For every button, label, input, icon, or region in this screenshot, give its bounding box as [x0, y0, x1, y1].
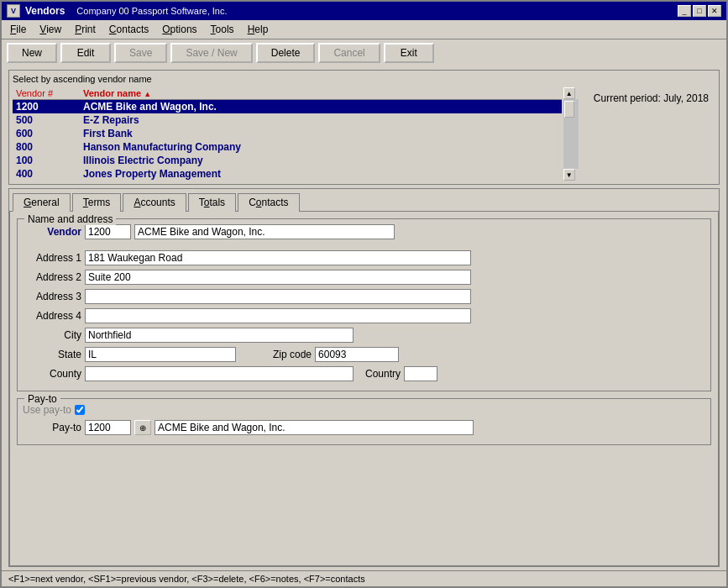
section-label: Select by ascending vendor name	[13, 74, 715, 84]
city-input[interactable]	[85, 328, 354, 343]
vendor-num-cell: 400	[13, 167, 80, 181]
menu-view[interactable]: View	[34, 22, 66, 37]
save-new-button[interactable]: Save / New	[170, 43, 252, 63]
toolbar: New Edit Save Save / New Delete Cancel E…	[2, 39, 726, 66]
tab-general[interactable]: General	[13, 193, 71, 212]
payto-label: Pay-to	[23, 422, 81, 433]
county-input[interactable]	[85, 366, 354, 381]
county-label: County	[23, 368, 81, 380]
zip-input[interactable]	[315, 347, 399, 362]
county-country-row: County Country	[23, 366, 705, 381]
save-button[interactable]: Save	[114, 43, 167, 63]
address2-label: Address 2	[23, 271, 81, 283]
vendor-num-cell: 500	[13, 113, 80, 127]
use-payto-checkbox[interactable]	[75, 405, 85, 415]
tab-terms[interactable]: Terms	[72, 193, 122, 212]
list-scrollbar[interactable]: ▲ ▼	[563, 87, 579, 181]
col-vendor-num: Vendor #	[13, 87, 80, 100]
table-row[interactable]: 600First Bank	[13, 127, 562, 140]
tab-contacts[interactable]: Contacts	[238, 193, 299, 212]
payto-section: Pay-to Use pay-to Pay-to ⊕	[17, 398, 711, 445]
menu-options[interactable]: Options	[157, 22, 202, 37]
vendor-num-cell: 100	[13, 154, 80, 167]
scroll-up-button[interactable]: ▲	[563, 87, 575, 99]
main-window: V Vendors Company 00 Passport Software, …	[0, 0, 728, 588]
table-row[interactable]: 800Hanson Manufacturing Company	[13, 140, 562, 154]
vendor-name-cell: First Bank	[80, 127, 562, 140]
vendor-name-cell: Illinois Electric Company	[80, 154, 562, 167]
tab-content-general: Name and address Vendor Address 1	[9, 211, 719, 566]
col-vendor-name: Vendor name ▲	[80, 87, 562, 100]
vendor-table: Vendor # Vendor name ▲ 1200ACME Bike and…	[13, 87, 562, 181]
vendor-name-cell: E-Z Repairs	[80, 113, 562, 127]
current-period: Current period: July, 2018	[587, 91, 715, 106]
name-address-legend: Name and address	[24, 213, 116, 225]
vendor-table-container: Vendor # Vendor name ▲ 1200ACME Bike and…	[13, 87, 562, 181]
menu-tools[interactable]: Tools	[206, 22, 239, 37]
address4-input[interactable]	[85, 308, 471, 323]
main-content: Select by ascending vendor name Vendor #…	[2, 66, 726, 570]
city-label: City	[23, 329, 81, 341]
table-row[interactable]: 400Jones Property Management	[13, 167, 562, 181]
minimize-button[interactable]: _	[678, 5, 691, 17]
address2-row: Address 2	[23, 270, 705, 285]
edit-button[interactable]: Edit	[60, 43, 111, 63]
table-row[interactable]: 500E-Z Repairs	[13, 113, 562, 127]
payto-row: Pay-to ⊕	[23, 420, 705, 435]
payto-name-input[interactable]	[155, 420, 474, 435]
menu-help[interactable]: Help	[243, 22, 274, 37]
address3-label: Address 3	[23, 291, 81, 302]
maximize-button[interactable]: □	[693, 5, 706, 17]
app-icon: V	[7, 4, 20, 18]
table-row[interactable]: 100Illinois Electric Company	[13, 154, 562, 167]
current-period-area: Current period: July, 2018	[579, 87, 715, 181]
state-input[interactable]	[85, 347, 236, 362]
payto-num-input[interactable]	[85, 420, 131, 435]
vendor-num-input[interactable]	[85, 224, 131, 239]
vendor-name-input[interactable]	[134, 224, 395, 239]
vendor-list-section: Select by ascending vendor name Vendor #…	[8, 70, 720, 185]
scroll-track[interactable]	[563, 99, 579, 169]
address3-row: Address 3	[23, 289, 705, 304]
address1-label: Address 1	[23, 252, 81, 264]
menu-contacts[interactable]: Contacts	[104, 22, 154, 37]
name-address-section: Name and address Vendor Address 1	[17, 218, 711, 391]
state-zip-row: State Zip code	[23, 347, 705, 362]
exit-button[interactable]: Exit	[384, 43, 434, 63]
company-info: Company 00 Passport Software, Inc.	[76, 6, 227, 16]
vendor-num-cell: 800	[13, 140, 80, 154]
delete-button[interactable]: Delete	[256, 43, 316, 63]
tabs-row: General Terms Accounts Totals Contacts	[9, 189, 719, 211]
vendor-row: Vendor	[23, 224, 705, 239]
vendor-name-cell: Jones Property Management	[80, 167, 562, 181]
state-label: State	[23, 349, 81, 360]
country-input[interactable]	[404, 366, 437, 381]
scroll-thumb[interactable]	[564, 101, 574, 118]
list-container: Vendor # Vendor name ▲ 1200ACME Bike and…	[13, 87, 715, 181]
close-button[interactable]: ✕	[708, 5, 721, 17]
use-payto-row: Use pay-to	[23, 404, 705, 416]
scroll-down-button[interactable]: ▼	[563, 169, 575, 181]
vendor-label: Vendor	[23, 226, 81, 238]
title-bar-left: V Vendors Company 00 Passport Software, …	[7, 4, 228, 18]
vendor-name-cell: ACME Bike and Wagon, Inc.	[80, 100, 562, 114]
payto-lookup-button[interactable]: ⊕	[134, 420, 151, 435]
address2-input[interactable]	[85, 270, 471, 285]
menu-file[interactable]: File	[5, 22, 31, 37]
table-row[interactable]: 1200ACME Bike and Wagon, Inc.	[13, 100, 562, 114]
cancel-button[interactable]: Cancel	[318, 43, 380, 63]
zip-label: Zip code	[273, 349, 312, 360]
address3-input[interactable]	[85, 289, 471, 304]
address4-row: Address 4	[23, 308, 705, 323]
use-payto-label[interactable]: Use pay-to	[23, 404, 85, 416]
tab-totals[interactable]: Totals	[188, 193, 236, 212]
vendor-num-cell: 600	[13, 127, 80, 140]
address4-label: Address 4	[23, 310, 81, 322]
address1-input[interactable]	[85, 250, 471, 265]
title-bar: V Vendors Company 00 Passport Software, …	[2, 2, 726, 20]
menu-print[interactable]: Print	[70, 22, 101, 37]
tabs-section: General Terms Accounts Totals Contacts N…	[8, 188, 720, 567]
tab-accounts[interactable]: Accounts	[123, 193, 186, 212]
window-title: Vendors	[25, 5, 65, 17]
new-button[interactable]: New	[7, 43, 57, 63]
